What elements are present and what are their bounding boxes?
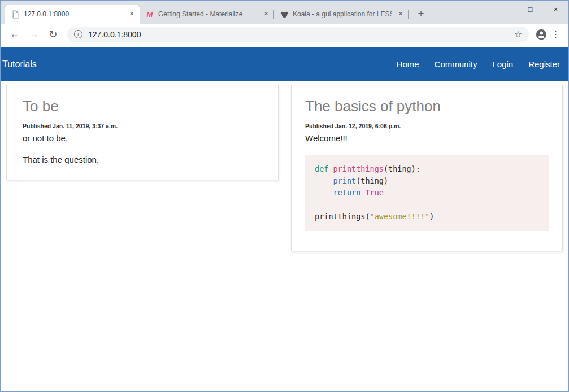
- code-token: [315, 176, 333, 185]
- nav-link-register[interactable]: Register: [528, 59, 560, 69]
- tab-local-server[interactable]: 127.0.0.1:8000 ×: [5, 5, 140, 24]
- code-token: (: [384, 164, 388, 173]
- tab-title: Getting Started - Materialize: [158, 10, 258, 18]
- tab-strip: 127.0.0.1:8000 × M Getting Started - Mat…: [1, 1, 568, 24]
- code-token: return: [333, 188, 361, 197]
- code-token: printthings: [333, 164, 384, 173]
- address-bar[interactable]: i 127.0.0.1:8000 ☆: [67, 27, 529, 42]
- back-button[interactable]: ←: [5, 28, 24, 40]
- nav-link-community[interactable]: Community: [435, 59, 477, 69]
- nav-link-login[interactable]: Login: [492, 59, 513, 69]
- browser-toolbar: ← → ↻ i 127.0.0.1:8000 ☆ ⋮: [1, 24, 568, 45]
- new-tab-button[interactable]: +: [413, 6, 429, 21]
- page-content: To be Published Jan. 11, 2019, 3:37 a.m.…: [1, 81, 568, 391]
- code-token: print: [333, 176, 357, 185]
- url-text[interactable]: 127.0.0.1:8000: [88, 30, 141, 39]
- post-card: The basics of python Published Jan. 12, …: [291, 85, 563, 251]
- post-card: To be Published Jan. 11, 2019, 3:37 a.m.…: [6, 85, 279, 180]
- code-line: [315, 199, 539, 211]
- close-icon[interactable]: ×: [396, 10, 405, 19]
- tab-materialize[interactable]: M Getting Started - Materialize ×: [140, 5, 274, 24]
- code-token: awesome!!!!: [375, 212, 425, 221]
- info-icon[interactable]: i: [74, 30, 82, 38]
- page-icon: [11, 10, 20, 19]
- code-block: def printthings(thing): print(thing) ret…: [305, 155, 549, 231]
- bookmark-star-icon[interactable]: ☆: [514, 29, 522, 40]
- code-token: ): [384, 176, 388, 185]
- post-title: To be: [23, 98, 262, 115]
- maximize-button[interactable]: □: [518, 1, 543, 18]
- profile-avatar-icon[interactable]: [533, 28, 549, 41]
- tab-title: 127.0.0.1:8000: [24, 10, 123, 18]
- browser-window: 127.0.0.1:8000 × M Getting Started - Mat…: [0, 0, 569, 392]
- code-line: return True: [315, 187, 539, 199]
- code-token: ):: [411, 164, 420, 173]
- code-line: printthings("awesome!!!!"): [315, 211, 539, 223]
- tab-koala[interactable]: Koala - a gui application for LESS ×: [274, 5, 409, 24]
- close-icon[interactable]: ×: [127, 10, 136, 19]
- materialize-icon: M: [145, 10, 154, 19]
- code-line: def printthings(thing):: [315, 163, 539, 175]
- code-token: thing: [388, 164, 411, 173]
- post-paragraph: That is the question.: [23, 155, 262, 164]
- code-token: thing: [360, 176, 384, 185]
- code-token: printthings: [315, 212, 365, 221]
- browser-menu-icon[interactable]: ⋮: [549, 29, 563, 40]
- forward-button[interactable]: →: [24, 28, 44, 40]
- close-icon[interactable]: ×: [262, 10, 271, 19]
- code-token: (: [365, 212, 370, 221]
- code-line: print(thing): [315, 175, 539, 187]
- nav-link-home[interactable]: Home: [397, 59, 419, 69]
- code-token: ): [429, 212, 434, 221]
- post-paragraph: or not to be.: [23, 133, 262, 143]
- post-body: or not to be. That is the question.: [23, 133, 262, 164]
- nav-links: Home Community Login Register: [397, 59, 560, 69]
- code-token: def: [315, 164, 333, 173]
- tab-title: Koala - a gui application for LESS: [293, 10, 392, 18]
- brand-link[interactable]: Tutorials: [2, 59, 37, 69]
- site-navbar: Tutorials Home Community Login Register: [1, 47, 568, 81]
- reload-button[interactable]: ↻: [44, 28, 63, 41]
- post-published: Published Jan. 11, 2019, 3:37 a.m.: [23, 123, 262, 129]
- window-close-button[interactable]: ×: [543, 1, 568, 18]
- minimize-button[interactable]: —: [492, 1, 518, 18]
- post-title: The basics of python: [305, 98, 549, 115]
- post-published: Published Jan. 12, 2019, 6:06 p.m.: [305, 123, 549, 129]
- post-paragraph: Welcome!!!: [305, 133, 549, 143]
- code-token: ": [370, 212, 375, 221]
- code-token: [315, 188, 333, 197]
- window-controls: — □ ×: [492, 1, 568, 18]
- koala-icon: [280, 10, 289, 19]
- code-token: True: [365, 188, 384, 197]
